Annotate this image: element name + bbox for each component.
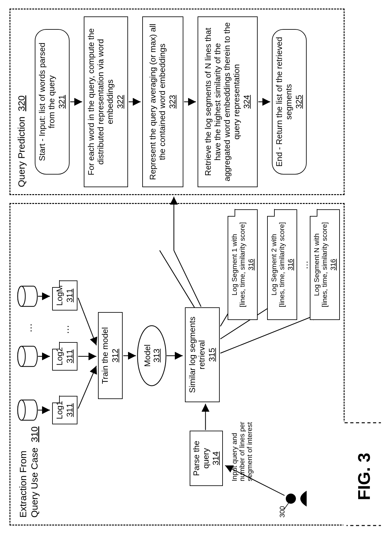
log-doc: Log2311 [52,342,77,371]
train-box: Train the model312 [98,312,123,399]
step-box: End - Return the list of the retrieved s… [272,29,307,175]
left-panel-title: Extraction From Query Use Case 310 [17,423,40,518]
step-box: Represent the query averaging (or max) a… [142,16,183,187]
ellipsis: … [300,261,310,269]
step-box: Retrieve the log segments of N lines tha… [198,16,258,187]
right-panel-title: Query Prediction 320 [16,29,27,187]
parse-box: Parse the query314 [190,431,223,486]
segment-box: Log Segment 1 with [lines, time, similar… [228,209,258,320]
segment-box: Log Segment 2 with [lines, time, similar… [267,209,297,320]
log-doc: Log1311 [52,396,77,424]
log-doc: LogM311 [52,280,77,311]
input-note: Input query and number of lines per segm… [231,421,254,481]
figure-label: FIG. 3 [354,453,374,500]
model-label: Model313 [143,334,161,377]
retrieval-box: Similar log segments retrieval315 [185,307,220,402]
segment-box: Log Segment N with [lines, time, similar… [310,209,340,320]
step-box: For each word in the query, compute the … [84,16,128,187]
step-box: Start - Input: list of words parsed from… [35,29,70,175]
actor-ref: 300 [278,506,286,518]
ellipsis: … [60,325,71,334]
